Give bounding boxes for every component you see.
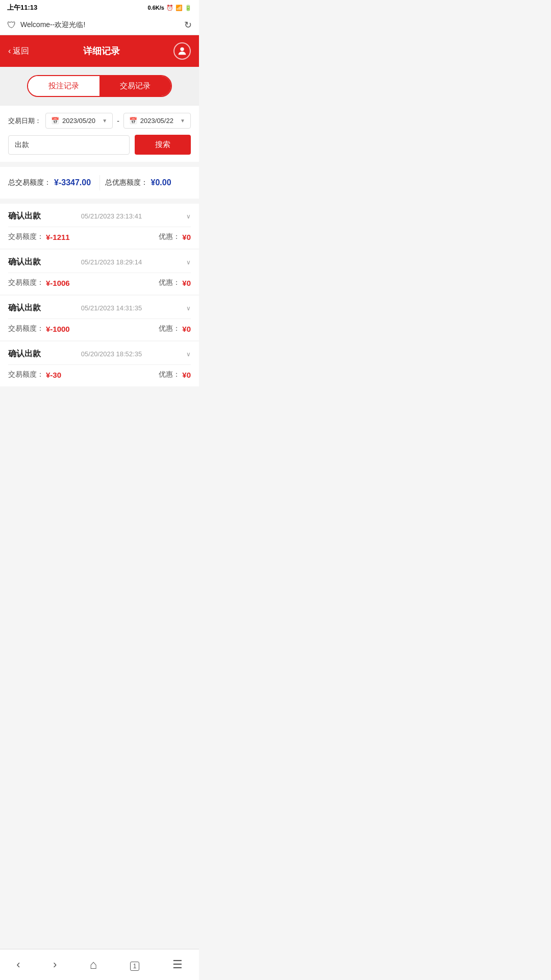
date-label: 交易日期： <box>8 116 41 126</box>
discount-value: ¥0 <box>182 325 191 333</box>
user-avatar-icon[interactable] <box>173 42 191 60</box>
discount-label: 优惠： <box>159 278 180 287</box>
browser-bar: 🛡 Welcome--欢迎光临! ↻ <box>0 15 199 35</box>
amount-label: 交易额度： <box>8 324 44 333</box>
battery-icon: 🔋 <box>185 5 192 11</box>
record-details: 交易额度： ¥-30 优惠： ¥0 <box>8 364 191 379</box>
total-transaction: 总交易额度： ¥-3347.00 <box>8 178 94 187</box>
date-separator: - <box>117 117 119 125</box>
network-speed: 0.6K/s <box>148 5 164 11</box>
page-title: 详细记录 <box>83 45 120 57</box>
tabs-pill: 投注记录 交易记录 <box>27 75 172 97</box>
page-header: ‹ 返回 详细记录 <box>0 35 199 67</box>
summary-section: 总交易额度： ¥-3347.00 总优惠额度： ¥0.00 <box>0 167 199 199</box>
expand-icon[interactable]: ∨ <box>186 259 191 266</box>
record-time: 05/21/2023 18:29:14 <box>81 258 142 266</box>
record-details: 交易额度： ¥-1211 优惠： ¥0 <box>8 227 191 241</box>
browser-title: Welcome--欢迎光临! <box>20 20 184 30</box>
record-type: 确认出款 <box>8 211 41 222</box>
discount-label: 总优惠额度： <box>105 178 148 187</box>
date-to-picker[interactable]: 📅 2023/05/22 ▼ <box>123 113 191 129</box>
discount-value: ¥0 <box>182 371 191 379</box>
record-header: 确认出款 05/21/2023 14:31:35 ∨ <box>8 303 191 313</box>
status-icons: 0.6K/s ⏰ 📶 🔋 <box>148 5 192 11</box>
filter-section: 交易日期： 📅 2023/05/20 ▼ - 📅 2023/05/22 ▼ 搜索 <box>0 105 199 162</box>
search-button[interactable]: 搜索 <box>135 135 191 155</box>
svg-point-0 <box>180 47 184 51</box>
amount-item: 交易额度： ¥-1006 <box>8 278 70 287</box>
discount-item: 优惠： ¥0 <box>159 370 191 379</box>
date-from-picker[interactable]: 📅 2023/05/20 ▼ <box>45 113 113 129</box>
tab-transaction-records[interactable]: 交易记录 <box>99 76 171 96</box>
discount-item: 优惠： ¥0 <box>159 324 191 333</box>
discount-label: 优惠： <box>159 324 180 333</box>
expand-icon[interactable]: ∨ <box>186 351 191 358</box>
discount-value: ¥0 <box>182 233 191 241</box>
status-time: 上午11:13 <box>7 3 37 12</box>
refresh-icon[interactable]: ↻ <box>184 19 192 31</box>
back-arrow-icon: ‹ <box>8 46 11 56</box>
record-time: 05/21/2023 14:31:35 <box>81 304 142 312</box>
record-header: 确认出款 05/21/2023 23:13:41 ∨ <box>8 211 191 222</box>
discount-value: ¥0.00 <box>151 178 171 187</box>
date-from-arrow: ▼ <box>102 118 107 124</box>
record-card: 确认出款 05/21/2023 23:13:41 ∨ 交易额度： ¥-1211 … <box>0 204 199 249</box>
record-type: 确认出款 <box>8 349 41 359</box>
amount-item: 交易额度： ¥-1000 <box>8 324 70 333</box>
tab-bet-records[interactable]: 投注记录 <box>28 76 99 96</box>
record-details: 交易额度： ¥-1006 优惠： ¥0 <box>8 273 191 287</box>
total-label: 总交易额度： <box>8 178 51 187</box>
amount-value: ¥-30 <box>46 371 61 379</box>
back-label: 返回 <box>13 46 29 57</box>
record-card: 确认出款 05/21/2023 18:29:14 ∨ 交易额度： ¥-1006 … <box>0 250 199 295</box>
amount-value: ¥-1006 <box>46 279 70 287</box>
record-time: 05/21/2023 23:13:41 <box>81 212 142 220</box>
shield-icon: 🛡 <box>7 20 16 31</box>
record-time: 05/20/2023 18:52:35 <box>81 350 142 358</box>
transaction-type-input[interactable] <box>8 135 130 155</box>
record-header: 确认出款 05/20/2023 18:52:35 ∨ <box>8 349 191 359</box>
status-bar: 上午11:13 0.6K/s ⏰ 📶 🔋 <box>0 0 199 15</box>
back-button[interactable]: ‹ 返回 <box>8 46 29 57</box>
date-to-value: 2023/05/22 <box>140 117 173 125</box>
discount-label: 优惠： <box>159 232 180 241</box>
record-card: 确认出款 05/20/2023 18:52:35 ∨ 交易额度： ¥-30 优惠… <box>0 341 199 386</box>
date-to-arrow: ▼ <box>180 118 185 124</box>
expand-icon[interactable]: ∨ <box>186 305 191 312</box>
amount-value: ¥-1000 <box>46 325 70 333</box>
discount-item: 优惠： ¥0 <box>159 278 191 287</box>
expand-icon[interactable]: ∨ <box>186 213 191 220</box>
total-discount: 总优惠额度： ¥0.00 <box>105 178 191 187</box>
date-filter-row: 交易日期： 📅 2023/05/20 ▼ - 📅 2023/05/22 ▼ <box>8 113 191 129</box>
discount-label: 优惠： <box>159 370 180 379</box>
summary-divider <box>99 175 100 190</box>
discount-value: ¥0 <box>182 279 191 287</box>
total-value: ¥-3347.00 <box>54 178 91 187</box>
amount-label: 交易额度： <box>8 232 44 241</box>
clock-icon: ⏰ <box>166 5 173 11</box>
record-details: 交易额度： ¥-1000 优惠： ¥0 <box>8 318 191 333</box>
amount-item: 交易额度： ¥-30 <box>8 370 61 379</box>
discount-item: 优惠： ¥0 <box>159 232 191 241</box>
record-type: 确认出款 <box>8 257 41 267</box>
calendar-from-icon: 📅 <box>51 117 59 125</box>
amount-value: ¥-1211 <box>46 233 70 241</box>
record-type: 确认出款 <box>8 303 41 313</box>
amount-label: 交易额度： <box>8 278 44 287</box>
records-section: 确认出款 05/21/2023 23:13:41 ∨ 交易额度： ¥-1211 … <box>0 204 199 386</box>
tabs-container: 投注记录 交易记录 <box>0 67 199 105</box>
search-row: 搜索 <box>8 135 191 155</box>
calendar-to-icon: 📅 <box>129 117 137 125</box>
amount-item: 交易额度： ¥-1211 <box>8 232 70 241</box>
record-card: 确认出款 05/21/2023 14:31:35 ∨ 交易额度： ¥-1000 … <box>0 296 199 340</box>
signal-icon: 📶 <box>176 5 183 11</box>
date-from-value: 2023/05/20 <box>62 117 95 125</box>
amount-label: 交易额度： <box>8 370 44 379</box>
record-header: 确认出款 05/21/2023 18:29:14 ∨ <box>8 257 191 267</box>
